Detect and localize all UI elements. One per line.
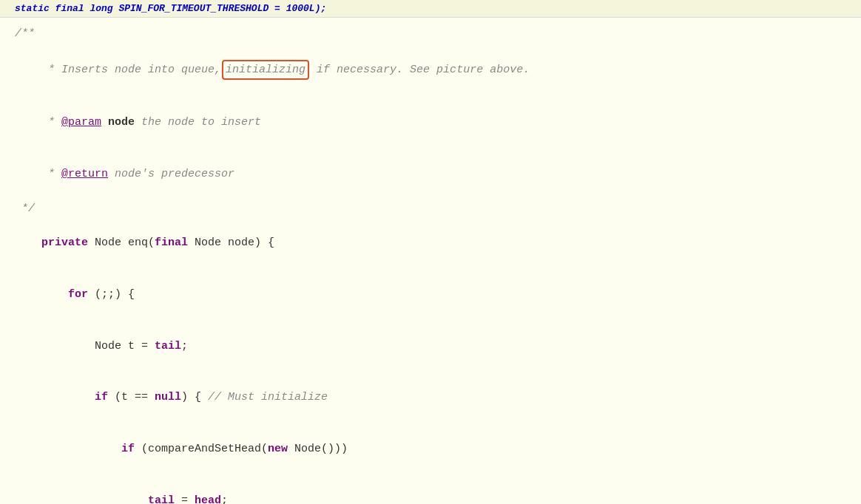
- if-mid: (t ==: [108, 391, 155, 403]
- method-params: Node node) {: [188, 236, 274, 249]
- compare-head-mid: (compareAndSetHead(: [135, 443, 268, 455]
- for-line: for (;;) {: [15, 269, 861, 321]
- top-bar: static final long SPIN_FOR_TIMEOUT_THRES…: [0, 0, 861, 18]
- tail-ref: tail: [155, 340, 181, 353]
- comment-line2: * @param node the node to insert: [15, 97, 861, 149]
- node-t-text: Node t =: [41, 340, 155, 353]
- param-name: node: [108, 116, 135, 129]
- comment-space: [101, 116, 108, 129]
- if-keyword2: if: [121, 443, 135, 455]
- equals: =: [175, 494, 195, 504]
- comment-line1: * Inserts node into queue,initializing i…: [15, 42, 861, 97]
- for-keyword: for: [41, 288, 88, 301]
- comment-start: /**: [15, 25, 861, 42]
- head-ref: head: [195, 494, 221, 504]
- top-bar-text: static final long SPIN_FOR_TIMEOUT_THRES…: [15, 3, 326, 14]
- tail-assign: tail: [148, 494, 175, 504]
- return-tag: @return: [61, 168, 108, 180]
- if-post: ) {: [181, 391, 208, 403]
- compare-head-pre: [41, 443, 121, 455]
- comment-line3: * @return node's predecessor: [15, 149, 861, 200]
- comment-end: */: [15, 200, 861, 217]
- if-keyword: if: [95, 391, 108, 403]
- private-keyword: private: [41, 236, 88, 249]
- compare-head-line: if (compareAndSetHead(new Node())): [15, 423, 861, 475]
- new-keyword: new: [268, 443, 288, 455]
- for-rest: (;;) {: [88, 288, 135, 301]
- tail-indent: [41, 494, 148, 504]
- comment-line2-rest: the node to insert: [135, 116, 261, 129]
- highlight-initializing: initializing: [222, 60, 309, 80]
- tail-head-line: tail = head;: [15, 475, 861, 505]
- semi2: ;: [221, 494, 228, 504]
- method-signature: private Node enq(final Node node) {: [15, 217, 861, 269]
- must-init-comment: // Must initialize: [208, 391, 328, 403]
- comment-line1-post: if necessary. See picture above.: [310, 64, 530, 76]
- comment-line2-pre: *: [41, 116, 61, 129]
- compare-head-post: Node())): [288, 443, 348, 455]
- comment-line1-pre: * Inserts node into queue,: [41, 64, 221, 76]
- method-rest: Node enq(: [88, 236, 155, 249]
- null-keyword: null: [155, 391, 181, 403]
- if-null-line: if (t == null) { // Must initialize: [15, 372, 861, 423]
- if-pre: [41, 391, 95, 403]
- param-tag: @param: [61, 116, 101, 129]
- code-container: /** * Inserts node into queue,initializi…: [0, 18, 861, 504]
- final-keyword: final: [155, 236, 188, 249]
- comment-line3-rest: node's predecessor: [108, 168, 234, 180]
- comment-line3-pre: *: [41, 168, 61, 180]
- node-t-line: Node t = tail;: [15, 320, 861, 372]
- semicolon: ;: [181, 340, 188, 353]
